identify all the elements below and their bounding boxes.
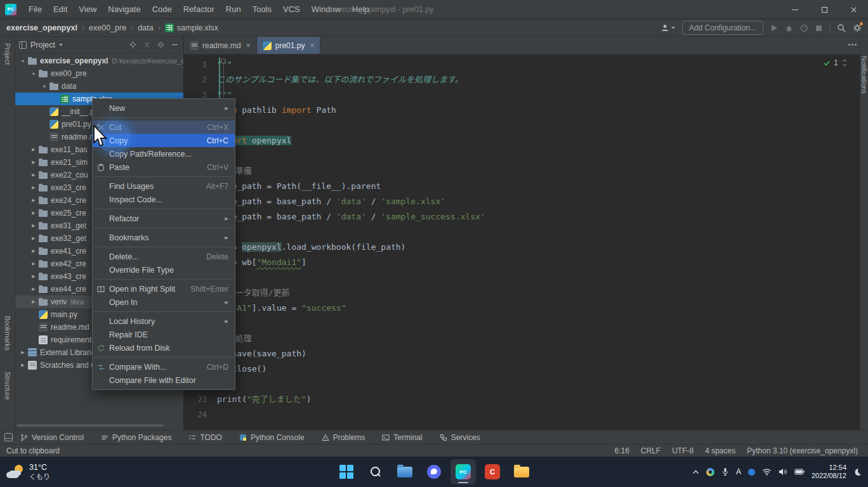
toolwindow-services[interactable]: Services bbox=[440, 433, 480, 442]
toolwindow-terminal[interactable]: Terminal bbox=[382, 433, 422, 442]
menu-edit[interactable]: Edit bbox=[48, 0, 73, 19]
code-line[interactable]: 6import openpyxl bbox=[184, 133, 852, 148]
stripe-structure-button[interactable]: Structure bbox=[4, 372, 11, 400]
toolwindow-version-control[interactable]: Version Control bbox=[20, 433, 84, 442]
tray-expand-button[interactable] bbox=[692, 470, 699, 474]
fold-toggle-icon[interactable] bbox=[221, 58, 226, 63]
breadcrumb-item-data[interactable]: data bbox=[138, 23, 153, 32]
menu-file[interactable]: File bbox=[23, 0, 48, 19]
stripe-notifications-button[interactable]: Notifications bbox=[860, 56, 868, 94]
context-menu-item-new[interactable]: New▶ bbox=[93, 101, 235, 115]
tree-item-data[interactable]: ▼data bbox=[15, 80, 183, 93]
run-configuration-select[interactable]: Add Configuration... bbox=[682, 21, 763, 35]
code-line[interactable]: 1""" bbox=[184, 57, 852, 72]
focus-assist-moon-icon[interactable] bbox=[853, 468, 862, 476]
toolwindow-problems[interactable]: Problems bbox=[322, 433, 365, 442]
toolwindow-todo[interactable]: TODO bbox=[188, 433, 221, 442]
code-line[interactable]: 9base_path = Path(__file__).parent bbox=[184, 179, 852, 194]
battery-icon[interactable] bbox=[794, 469, 805, 475]
code-line[interactable]: 20wb.save(save_path) bbox=[184, 346, 852, 361]
menu-vcs[interactable]: VCS bbox=[277, 0, 306, 19]
status-4-spaces[interactable]: 4 spaces bbox=[705, 446, 735, 455]
toolwindow-switcher-icon[interactable] bbox=[4, 433, 13, 441]
minimize-button[interactable] bbox=[780, 0, 810, 19]
context-menu-item-paste[interactable]: PasteCtrl+V bbox=[93, 160, 235, 174]
chevron-down-icon[interactable] bbox=[59, 44, 63, 46]
close-button[interactable] bbox=[839, 0, 868, 19]
menu-view[interactable]: View bbox=[73, 0, 102, 19]
hide-panel-button[interactable] bbox=[169, 40, 180, 50]
ime-indicator[interactable]: A bbox=[736, 467, 741, 476]
code-line[interactable]: 11save_path = base_path / 'data' / 'samp… bbox=[184, 209, 852, 224]
tab-pre01-py[interactable]: pre01.py× bbox=[257, 37, 321, 54]
context-menu-item-compare-with[interactable]: Compare With...Ctrl+D bbox=[93, 360, 235, 373]
taskbar-clock[interactable]: 12:54 2022/08/12 bbox=[812, 464, 846, 481]
menu-tools[interactable]: Tools bbox=[247, 0, 277, 19]
code-line[interactable]: 15 bbox=[184, 270, 852, 285]
microphone-icon[interactable] bbox=[721, 467, 729, 476]
code-line[interactable]: 12 bbox=[184, 224, 852, 240]
stop-button[interactable] bbox=[815, 25, 822, 32]
menu-navigate[interactable]: Navigate bbox=[102, 0, 146, 19]
tree-item-exercise-openpyxl[interactable]: ▼exercise_openpyxlD:¥projects¥exercise_o… bbox=[15, 55, 183, 67]
code-line[interactable]: 19# 後処理 bbox=[184, 331, 852, 346]
code-line[interactable]: 17ws["A1"].value = "success" bbox=[184, 301, 852, 316]
context-menu-item-compare-file-with-editor[interactable]: Compare File with Editor bbox=[93, 373, 235, 387]
close-tab-icon[interactable]: × bbox=[310, 41, 314, 50]
user-account-button[interactable] bbox=[661, 23, 675, 32]
status-crlf[interactable]: CRLF bbox=[641, 446, 661, 455]
search-everywhere-button[interactable] bbox=[837, 23, 846, 32]
taskbar-pycharm-button[interactable]: PC bbox=[450, 459, 476, 484]
stripe-bookmarks-button[interactable]: Bookmarks bbox=[4, 316, 11, 351]
context-menu-item-override-file-type[interactable]: Override File Type bbox=[93, 263, 235, 276]
stripe-project-button[interactable]: Project bbox=[4, 43, 11, 65]
tray-app-icon[interactable] bbox=[706, 468, 714, 476]
context-menu-item-bookmarks[interactable]: Bookmarks▶ bbox=[93, 231, 235, 244]
volume-icon[interactable] bbox=[779, 468, 787, 476]
chevron-down-icon[interactable] bbox=[842, 63, 847, 67]
breadcrumb-item-exe00-pre[interactable]: exe00_pre bbox=[89, 23, 126, 32]
taskbar-start-button[interactable] bbox=[334, 459, 359, 484]
code-line[interactable]: 13wb = openpyxl.load_workbook(file_path) bbox=[184, 240, 852, 255]
menu-refactor[interactable]: Refactor bbox=[178, 0, 220, 19]
breadcrumb-item-exercise-openpyxl[interactable]: exercise_openpyxl bbox=[6, 23, 77, 32]
status-python-3-10-exercise-openpyxl[interactable]: Python 3.10 (exercise_openpyxl) bbox=[747, 446, 858, 455]
project-panel-title[interactable]: Project bbox=[30, 41, 55, 49]
context-menu-item-find-usages[interactable]: Find UsagesAlt+F7 bbox=[93, 179, 235, 193]
context-menu-item-refactor[interactable]: Refactor▶ bbox=[93, 212, 235, 225]
code-line[interactable]: 22 bbox=[184, 377, 852, 392]
chevron-up-icon[interactable] bbox=[842, 59, 847, 62]
status-6-16[interactable]: 6:16 bbox=[614, 446, 629, 455]
bluetooth-tray-icon[interactable] bbox=[748, 469, 755, 476]
code-line[interactable]: 3""" bbox=[184, 88, 852, 103]
code-line[interactable]: 2このサンプルコード集では、以下の流れでファイルを処理します。 bbox=[184, 72, 852, 88]
code-line[interactable]: 8# 前準備 bbox=[184, 164, 852, 179]
horizontal-scrollbar[interactable] bbox=[16, 424, 164, 427]
menu-run[interactable]: Run bbox=[220, 0, 247, 19]
status-utf-8[interactable]: UTF-8 bbox=[672, 446, 694, 455]
code-line[interactable]: 5 bbox=[184, 118, 852, 133]
tab-options-icon[interactable] bbox=[852, 44, 853, 46]
inspections-widget[interactable]: 1 bbox=[824, 58, 847, 67]
taskbar-explorer-button[interactable] bbox=[392, 459, 418, 484]
toolwindow-python-packages[interactable]: Python Packages bbox=[101, 433, 171, 442]
close-tab-icon[interactable]: × bbox=[246, 41, 251, 50]
context-menu-item-open-in[interactable]: Open In▶ bbox=[93, 295, 235, 309]
code-line[interactable]: 16# データ取得/更新 bbox=[184, 285, 852, 301]
debug-button[interactable] bbox=[785, 24, 793, 32]
context-menu-item-reload-from-disk[interactable]: Reload from Disk bbox=[93, 341, 235, 354]
profiler-button[interactable] bbox=[800, 24, 808, 32]
context-menu-item-local-history[interactable]: Local History▶ bbox=[93, 315, 235, 328]
code-line[interactable]: 21wb.close() bbox=[184, 361, 852, 377]
code-line[interactable]: 10file_path = base_path / 'data' / 'samp… bbox=[184, 194, 852, 209]
breadcrumb-item-sample-xlsx[interactable]: sample.xlsx bbox=[165, 23, 218, 32]
taskbar-app-c-button[interactable]: C bbox=[480, 459, 505, 484]
code-area[interactable]: 1"""2このサンプルコード集では、以下の流れでファイルを処理します。3"""4… bbox=[184, 55, 852, 430]
context-menu-item-inspect-code[interactable]: Inspect Code... bbox=[93, 193, 235, 206]
taskbar-chat-button[interactable] bbox=[421, 459, 447, 484]
panel-settings-button[interactable] bbox=[155, 40, 166, 50]
tree-item-exe00-pre[interactable]: ▼exe00_pre bbox=[15, 67, 183, 80]
weather-widget[interactable]: 31°C くもり bbox=[6, 457, 50, 487]
taskbar-search-button[interactable] bbox=[363, 459, 388, 484]
code-line[interactable]: 23print("完了しました") bbox=[184, 392, 852, 407]
